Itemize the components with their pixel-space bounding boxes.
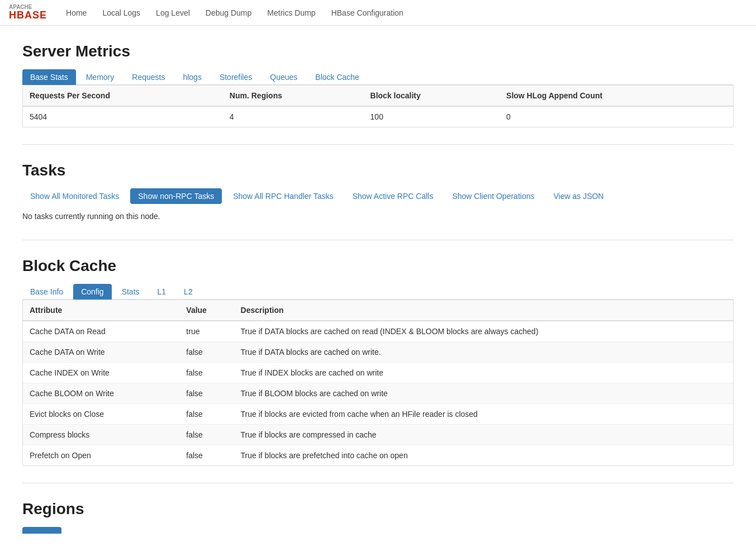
block-cache-section: Block Cache Base Info Config Stats L1 L2… — [22, 257, 734, 466]
tasks-buttons: Show All Monitored Tasks Show non-RPC Ta… — [22, 188, 734, 204]
btn-view-as-json[interactable]: View as JSON — [545, 188, 611, 204]
cell-description-3: True if BLOOM blocks are cached on write — [234, 383, 733, 404]
cell-attribute-1: Cache DATA on Write — [23, 342, 179, 363]
nav-link-log-level[interactable]: Log Level — [148, 0, 198, 26]
server-metrics-table-wrapper: Requests Per Second Num. Regions Block l… — [22, 85, 734, 127]
nav-link-metrics-dump[interactable]: Metrics Dump — [259, 0, 323, 26]
tab-block-cache[interactable]: Block Cache — [307, 69, 367, 85]
nav-item-debug-dump[interactable]: Debug Dump — [198, 0, 260, 26]
btn-show-all-rpc-handler[interactable]: Show All RPC Handler Tasks — [225, 188, 341, 204]
cell-value-1: false — [179, 342, 234, 363]
tab-l1[interactable]: L1 — [150, 284, 174, 300]
tasks-title: Tasks — [22, 161, 734, 179]
tasks-section: Tasks Show All Monitored Tasks Show non-… — [22, 161, 734, 223]
cell-description-4: True if blocks are evicted from cache wh… — [234, 404, 733, 425]
cell-attribute-4: Evict blocks on Close — [23, 404, 179, 425]
tab-stats[interactable]: Stats — [114, 284, 148, 300]
nav-item-local-logs[interactable]: Local Logs — [94, 0, 148, 26]
hbase-text: HBASE — [9, 10, 47, 21]
cell-description-0: True if DATA blocks are cached on read (… — [234, 321, 733, 342]
btn-show-all-monitored[interactable]: Show All Monitored Tasks — [22, 188, 127, 204]
cell-description-5: True if blocks are compressed in cache — [234, 425, 733, 445]
cell-attribute-3: Cache BLOOM on Write — [23, 383, 179, 404]
cell-attribute-6: Prefetch on Open — [23, 445, 179, 466]
table-row: Cache BLOOM on WritefalseTrue if BLOOM b… — [23, 383, 733, 404]
main-content: Server Metrics Base Stats Memory Request… — [0, 26, 756, 556]
cell-description-2: True if INDEX blocks are cached on write — [234, 363, 733, 383]
nav-menu: Home Local Logs Log Level Debug Dump Met… — [58, 0, 411, 26]
table-row: 5404 4 100 0 — [23, 106, 733, 127]
cell-value-4: false — [179, 404, 234, 425]
cell-value-3: false — [179, 383, 234, 404]
table-row: Cache DATA on ReadtrueTrue if DATA block… — [23, 321, 733, 342]
divider-3 — [22, 483, 734, 483]
regions-section: Regions — [22, 500, 734, 533]
block-cache-tabs: Base Info Config Stats L1 L2 — [22, 284, 734, 300]
block-cache-header-row: Attribute Value Description — [23, 300, 733, 321]
server-metrics-table: Requests Per Second Num. Regions Block l… — [23, 85, 733, 127]
cell-attribute-5: Compress blocks — [23, 425, 179, 445]
server-metrics-section: Server Metrics Base Stats Memory Request… — [22, 42, 734, 127]
tab-memory[interactable]: Memory — [78, 69, 122, 85]
cell-attribute-2: Cache INDEX on Write — [23, 363, 179, 383]
tab-storefiles[interactable]: Storefiles — [212, 69, 260, 85]
hbase-logo: APACHE HBASE — [9, 4, 47, 21]
btn-show-non-rpc[interactable]: Show non-RPC Tasks — [130, 188, 222, 204]
nav-link-local-logs[interactable]: Local Logs — [94, 0, 148, 26]
regions-title: Regions — [22, 500, 734, 518]
table-row: Prefetch on OpenfalseTrue if blocks are … — [23, 445, 733, 466]
nav-link-hbase-config[interactable]: HBase Configuration — [324, 0, 411, 26]
nav-item-log-level[interactable]: Log Level — [148, 0, 198, 26]
tab-base-stats[interactable]: Base Stats — [22, 69, 76, 85]
nav-item-home[interactable]: Home — [58, 0, 94, 26]
cell-requests-per-second: 5404 — [23, 106, 223, 127]
cell-value-0: true — [179, 321, 234, 342]
block-cache-table-wrapper: Attribute Value Description Cache DATA o… — [22, 300, 734, 466]
server-metrics-header-row: Requests Per Second Num. Regions Block l… — [23, 85, 733, 106]
brand-logo: APACHE HBASE — [9, 4, 47, 21]
tab-requests[interactable]: Requests — [124, 69, 173, 85]
table-row: Cache DATA on WritefalseTrue if DATA blo… — [23, 342, 733, 363]
nav-link-home[interactable]: Home — [58, 0, 94, 26]
tab-queues[interactable]: Queues — [262, 69, 305, 85]
tab-base-info[interactable]: Base Info — [22, 284, 71, 300]
block-cache-table: Attribute Value Description Cache DATA o… — [23, 300, 733, 465]
tab-l2[interactable]: L2 — [176, 284, 201, 300]
col-value: Value — [179, 300, 234, 321]
col-attribute: Attribute — [23, 300, 179, 321]
col-slow-hlog: Slow HLog Append Count — [500, 85, 733, 106]
divider-2 — [22, 240, 734, 240]
server-metrics-title: Server Metrics — [22, 42, 734, 60]
col-requests-per-second: Requests Per Second — [23, 85, 223, 106]
table-row: Cache INDEX on WritefalseTrue if INDEX b… — [23, 363, 733, 383]
no-tasks-message: No tasks currently running on this node. — [22, 210, 734, 223]
tab-hlogs[interactable]: hlogs — [175, 69, 209, 85]
cell-value-6: false — [179, 445, 234, 466]
nav-link-debug-dump[interactable]: Debug Dump — [198, 0, 260, 26]
cell-description-1: True if DATA blocks are cached on write. — [234, 342, 733, 363]
cell-value-2: false — [179, 363, 234, 383]
divider-1 — [22, 144, 734, 145]
table-row: Evict blocks on ClosefalseTrue if blocks… — [23, 404, 733, 425]
table-row: Compress blocksfalseTrue if blocks are c… — [23, 425, 733, 445]
server-metrics-tabs: Base Stats Memory Requests hlogs Storefi… — [22, 69, 734, 85]
btn-show-active-rpc[interactable]: Show Active RPC Calls — [345, 188, 441, 204]
navbar: APACHE HBASE Home Local Logs Log Level D… — [0, 0, 756, 26]
cell-slow-hlog: 0 — [500, 106, 733, 127]
cell-value-5: false — [179, 425, 234, 445]
cell-description-6: True if blocks are prefetched into cache… — [234, 445, 733, 466]
col-num-regions: Num. Regions — [223, 85, 364, 106]
cell-block-locality: 100 — [364, 106, 500, 127]
btn-show-client-ops[interactable]: Show Client Operations — [444, 188, 542, 204]
regions-tab-placeholder[interactable] — [22, 527, 61, 534]
tab-config[interactable]: Config — [73, 284, 111, 300]
cell-attribute-0: Cache DATA on Read — [23, 321, 179, 342]
block-cache-title: Block Cache — [22, 257, 734, 275]
cell-num-regions: 4 — [223, 106, 364, 127]
col-block-locality: Block locality — [364, 85, 500, 106]
col-description: Description — [234, 300, 733, 321]
nav-item-hbase-config[interactable]: HBase Configuration — [324, 0, 411, 26]
nav-item-metrics-dump[interactable]: Metrics Dump — [259, 0, 323, 26]
